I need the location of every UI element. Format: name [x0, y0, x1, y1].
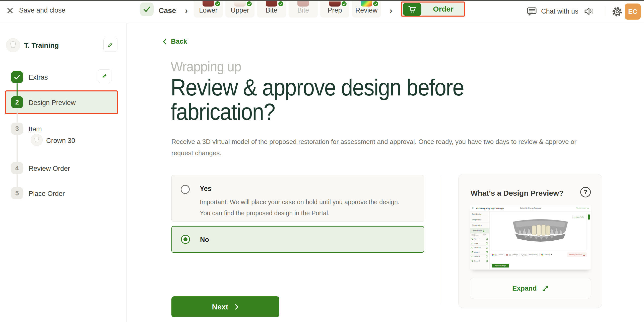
crown-avatar	[31, 134, 43, 146]
tab-bite-2[interactable]: Bite	[289, 0, 318, 18]
chevron-down-icon	[587, 208, 589, 209]
option-yes-note-line2: You can find the proposed design in the …	[200, 207, 400, 219]
thumb-model-upper-label: Upper	[474, 238, 478, 240]
radio-yes[interactable]	[181, 185, 190, 194]
thumb-color-label: Color	[499, 254, 503, 255]
radio-no-selected[interactable]	[181, 235, 190, 244]
tab-prep[interactable]: Prep	[320, 0, 349, 18]
top-bar: Save and close Case › Lower Upper	[0, 0, 644, 23]
tab-bite[interactable]: Bite	[257, 0, 286, 18]
option-no-card[interactable]: No	[171, 226, 424, 253]
thumb-header: × Reviewing Tony Tiger's Design Status: …	[470, 205, 591, 211]
design-preview-info-panel: What's a Design Preview? ? × Reviewing T…	[458, 174, 602, 308]
tab-lower[interactable]: Lower	[194, 0, 223, 18]
check-icon	[143, 6, 150, 12]
thumb-visibility-heading: MODEL VISIBILITY	[472, 234, 483, 237]
page-description: Receive a 3D virtual model of the propos…	[171, 136, 593, 159]
tooth-icon	[9, 41, 17, 49]
tab-case[interactable]: Case	[159, 7, 176, 15]
gear-icon[interactable]	[611, 6, 623, 18]
tab-lower-label: Lower	[194, 7, 223, 14]
step-4-number: 4	[15, 164, 19, 172]
thumbs-up-icon	[483, 230, 485, 232]
color-wheel-icon	[492, 254, 494, 256]
option-yes-card[interactable]: Yes Important: We will place your case o…	[171, 175, 424, 222]
expand-label: Expand	[512, 285, 537, 292]
user-initials: EC	[628, 8, 637, 16]
chat-bubble-icon	[527, 6, 537, 17]
design-preview-thumbnail: × Reviewing Tony Tiger's Design Status: …	[470, 205, 591, 270]
sidebar-item-item[interactable]: Item	[29, 125, 42, 133]
thumb-collapse-handle: ‹	[588, 214, 590, 220]
topbar-divider	[605, 7, 605, 16]
thumb-model-crown-10: Crown 10	[470, 246, 489, 250]
panel-title: What's a Design Preview?	[471, 189, 564, 197]
expand-arrows-icon	[542, 285, 549, 292]
thumb-model-crown-8: Crown 8	[470, 254, 489, 259]
thumb-model-crown-9-label: Crown 9	[474, 260, 480, 262]
back-label: Back	[171, 38, 187, 45]
step-2-number: 2	[15, 98, 19, 106]
tab-order-label: Order	[423, 5, 463, 13]
tab-order[interactable]: Order	[401, 2, 465, 17]
expand-button[interactable]: Expand	[470, 278, 591, 299]
chevron-right-icon	[234, 304, 239, 310]
cart-icon	[403, 3, 421, 16]
pencil-icon	[102, 73, 107, 79]
thumb-heatmap-label: Heatmap	[544, 254, 550, 255]
step-4-badge: 4	[11, 162, 23, 174]
tab-prep-label: Prep	[320, 7, 349, 14]
tab-bite-2-label: Bite	[289, 7, 318, 14]
edit-extras-button[interactable]	[98, 69, 111, 83]
heatmap-icon	[541, 254, 543, 256]
edit-patient-button[interactable]	[103, 38, 117, 52]
thumb-margin-label: Margin	[513, 254, 518, 255]
thumb-status: Status: No Change Requests	[470, 207, 591, 209]
thumb-model-crown-10-label: Crown 10	[474, 247, 481, 248]
toggle-icon	[494, 254, 498, 256]
step-connector	[17, 83, 18, 96]
user-avatar[interactable]: EC	[625, 4, 641, 20]
check-badge-icon	[372, 1, 379, 7]
teeth-3d-model	[509, 218, 572, 245]
step-5-number: 5	[15, 189, 19, 197]
sidebar-subitem-crown-30[interactable]: Crown 30	[46, 137, 75, 145]
step-extras-check-badge	[11, 71, 23, 83]
sidebar-item-place-order[interactable]: Place Order	[29, 190, 65, 198]
thumb-model-crown-7-label: Crown 7	[474, 251, 480, 253]
sidebar-item-review-order[interactable]: Review Order	[29, 165, 70, 173]
help-icon[interactable]: ?	[580, 187, 591, 197]
thumb-model-lower: Lower	[470, 241, 489, 246]
option-no-label: No	[200, 236, 209, 244]
sidebar-item-extras[interactable]: Extras	[29, 74, 48, 81]
back-button[interactable]: Back	[162, 38, 187, 45]
eye-icon	[486, 238, 488, 240]
sidebar-item-design-preview[interactable]: Design Preview	[29, 99, 76, 107]
step-connector	[17, 109, 18, 123]
chat-with-us-button[interactable]: Chat with us	[527, 6, 578, 17]
pencil-icon	[107, 42, 113, 48]
patient-avatar	[6, 38, 20, 52]
tab-bite-label: Bite	[257, 7, 286, 14]
option-yes-note: Important: We will place your case on ho…	[200, 196, 400, 219]
option-yes-note-line1: Important: We will place your case on ho…	[200, 196, 400, 207]
tab-upper[interactable]: Upper	[225, 0, 254, 18]
transparency-icon	[522, 254, 524, 256]
thumb-transparency-toggle: Transparency	[522, 254, 540, 256]
thumb-model-upper: Upper	[470, 237, 489, 241]
check-badge-icon	[214, 1, 221, 7]
save-and-close-button[interactable]: Save and close	[7, 7, 66, 14]
check-icon	[14, 75, 20, 80]
volume-icon[interactable]	[584, 7, 595, 16]
tab-review[interactable]: Review	[352, 0, 381, 18]
app-window: Save and close Case › Lower Upper	[0, 0, 644, 322]
sidebar: T. Training Extras	[0, 23, 127, 322]
thumb-approve-design-button: Approve Design	[492, 264, 509, 267]
step-2-badge: 2	[11, 96, 23, 108]
step-3-number: 3	[15, 125, 19, 133]
next-button[interactable]: Next	[171, 296, 279, 317]
thumb-heatmap-dropdown: Heatmap	[541, 254, 554, 256]
page-title: Review & approve design before fabricati…	[171, 75, 480, 124]
step-3-badge: 3	[11, 123, 23, 135]
zoom-fit-icon	[574, 216, 576, 218]
